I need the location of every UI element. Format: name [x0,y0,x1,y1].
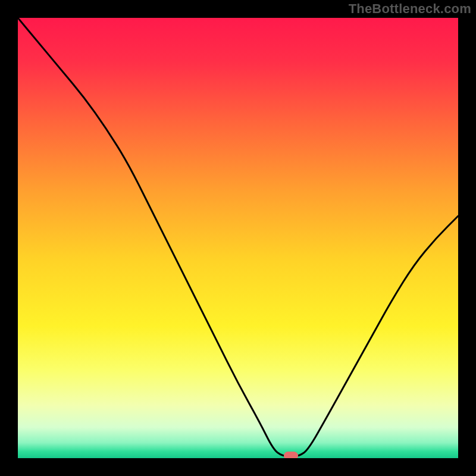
optimal-point-marker [284,452,298,458]
bottleneck-curve [18,18,458,458]
attribution-text: TheBottleneck.com [349,1,471,17]
plot-area [18,18,458,458]
chart-frame: TheBottleneck.com [0,0,476,476]
